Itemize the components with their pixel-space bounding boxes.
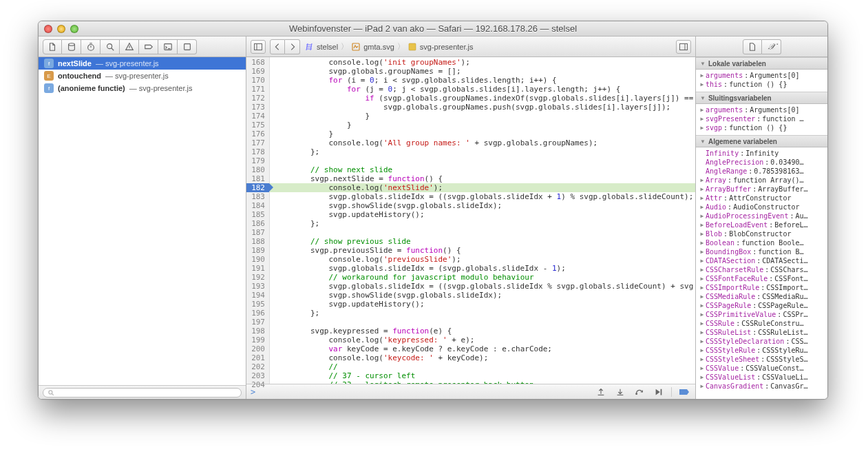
disclosure-triangle-icon[interactable]: ▶ <box>699 347 706 353</box>
variable-row[interactable]: ▶CSSStyleSheet: CSSStyleS… <box>699 355 825 364</box>
disclosure-triangle-icon[interactable]: ▶ <box>699 383 706 389</box>
source-line[interactable]: console.log('All group names: ' + svgp.g… <box>270 138 695 147</box>
line-number[interactable]: 176 <box>246 130 269 138</box>
line-number[interactable]: 171 <box>246 85 269 94</box>
disclosure-triangle-icon[interactable]: ▶ <box>699 320 706 327</box>
variable-row[interactable]: Infinity: Infinity <box>699 149 825 158</box>
variable-row[interactable]: ▶Blob: BlobConstructor <box>699 229 825 238</box>
disclosure-triangle-icon[interactable]: ▶ <box>699 276 706 282</box>
close-window-button[interactable] <box>44 25 52 33</box>
toolbar-warning-icon[interactable] <box>120 39 139 54</box>
line-number[interactable]: 203 <box>246 371 269 380</box>
line-number[interactable]: 191 <box>246 264 269 273</box>
source-line[interactable]: // show previous slide <box>270 237 695 246</box>
line-number[interactable]: 192 <box>246 273 269 282</box>
variable-row[interactable]: ▶CSSImportRule: CSSImport… <box>699 283 825 292</box>
source-line[interactable]: svgp.globals.groupNames.push(svgp.global… <box>270 103 695 112</box>
disclosure-triangle-icon[interactable]: ▶ <box>699 213 706 219</box>
source-line[interactable]: console.log('nextSlide'); <box>270 183 695 192</box>
line-number[interactable]: 202 <box>246 362 269 371</box>
variable-row[interactable]: ▶CSSCharsetRule: CSSChars… <box>699 265 825 274</box>
line-number[interactable]: 169 <box>246 67 269 76</box>
nav-back-button[interactable] <box>270 39 285 54</box>
variable-row[interactable]: ▶ArrayBuffer: ArrayBuffer… <box>699 185 825 194</box>
line-number[interactable]: 180 <box>246 165 269 174</box>
disclosure-triangle-icon[interactable]: ▶ <box>699 285 706 291</box>
disclosure-triangle-icon[interactable]: ▶ <box>699 338 706 344</box>
source-line[interactable]: if (svgp.globals.groupNames.indexOf(svgp… <box>270 94 695 103</box>
variable-row[interactable]: ▶CDATASection: CDATASecti… <box>699 256 825 265</box>
source-line[interactable]: svgp.showSlide(svgp.globals.slideIdx); <box>270 201 695 210</box>
line-number[interactable]: 200 <box>246 344 269 353</box>
line-number[interactable]: 198 <box>246 327 269 336</box>
line-number[interactable]: 190 <box>246 255 269 264</box>
variable-row[interactable]: ▶arguments: Arguments[0] <box>699 71 825 80</box>
disclosure-triangle-icon[interactable]: ▶ <box>699 329 706 336</box>
source-line[interactable]: var keyCode = e.keyCode ? e.keyCode : e.… <box>270 344 695 353</box>
variable-row[interactable]: ▶BoundingBox: function B… <box>699 247 825 256</box>
breakpoints-toggle-button[interactable] <box>677 386 691 398</box>
line-number[interactable]: 186 <box>246 219 269 228</box>
variable-row[interactable]: ▶CSSStyleDeclaration: CSS… <box>699 337 825 346</box>
source-line[interactable]: svgp.globals.slideIdx = ((svgp.globals.s… <box>270 192 695 201</box>
line-number[interactable]: 201 <box>246 353 269 362</box>
source-line[interactable]: svgp.keypressed = function(e) { <box>270 327 695 336</box>
variable-row[interactable]: ▶this: function () {} <box>699 80 825 89</box>
line-number[interactable]: 197 <box>246 318 269 327</box>
section-closure-vars[interactable]: ▼Sluitingsvariabelen <box>696 92 827 104</box>
source-code[interactable]: console.log('init groupNames'); svgp.glo… <box>270 57 695 384</box>
variable-row[interactable]: ▶CSSPageRule: CSSPageRule… <box>699 301 825 310</box>
line-number[interactable]: 173 <box>246 103 269 112</box>
variable-row[interactable]: ▶Array: function Array()… <box>699 176 825 185</box>
disclosure-triangle-icon[interactable]: ▶ <box>699 107 706 113</box>
toolbar-storage-icon[interactable] <box>62 39 81 54</box>
toolbar-breakpoint-icon[interactable] <box>139 39 158 54</box>
variable-row[interactable]: AnglePrecision: 0.03490… <box>699 158 825 167</box>
variable-row[interactable]: ▶CSSRuleList: CSSRuleList… <box>699 328 825 337</box>
variable-row[interactable]: AngleRange: 0.785398163… <box>699 167 825 176</box>
disclosure-triangle-icon[interactable]: ▶ <box>699 249 706 255</box>
step-into-button[interactable] <box>613 386 627 398</box>
line-number[interactable]: 188 <box>246 237 269 246</box>
line-number[interactable]: 177 <box>246 138 269 147</box>
source-line[interactable]: } <box>270 121 695 130</box>
filter-input[interactable] <box>43 388 242 398</box>
disclosure-triangle-icon[interactable]: ▶ <box>699 365 706 371</box>
variable-row[interactable]: ▶BeforeLoadEvent: BeforeL… <box>699 220 825 229</box>
source-line[interactable]: }; <box>270 219 695 228</box>
disclosure-triangle-icon[interactable]: ▶ <box>699 81 706 87</box>
line-number[interactable]: 193 <box>246 282 269 291</box>
line-number[interactable]: 170 <box>246 76 269 85</box>
source-line[interactable]: } <box>270 130 695 138</box>
source-line[interactable]: svgp.showSlide(svgp.globals.slideIdx); <box>270 291 695 300</box>
nav-forward-button[interactable] <box>285 39 300 54</box>
disclosure-triangle-icon[interactable]: ▶ <box>699 231 706 237</box>
line-number[interactable]: 183 <box>246 192 269 201</box>
toolbar-file-icon[interactable] <box>43 39 62 54</box>
section-global-vars[interactable]: ▼Algemene variabelen <box>696 135 827 147</box>
source-line[interactable]: // 37 - cursor left <box>270 371 695 380</box>
step-over-button[interactable] <box>633 386 646 398</box>
breadcrumb[interactable]: stelsel 〉 gmta.svg 〉 svg-presenter.js <box>304 41 473 52</box>
variable-row[interactable]: ▶CSSRule: CSSRuleConstru… <box>699 319 825 328</box>
toolbar-timer-icon[interactable] <box>81 39 100 54</box>
disclosure-triangle-icon[interactable]: ▶ <box>699 72 706 79</box>
disclosure-triangle-icon[interactable]: ▶ <box>699 177 706 183</box>
source-line[interactable]: // show next slide <box>270 165 695 174</box>
disclosure-triangle-icon[interactable]: ▶ <box>699 186 706 192</box>
disclosure-triangle-icon[interactable]: ▶ <box>699 258 706 264</box>
source-line[interactable] <box>270 318 695 327</box>
line-number[interactable]: 182 <box>246 183 269 192</box>
line-number[interactable]: 195 <box>246 300 269 309</box>
zoom-window-button[interactable] <box>70 25 78 33</box>
line-number[interactable]: 184 <box>246 201 269 210</box>
variable-row[interactable]: ▶CSSValueList: CSSValueLi… <box>699 373 825 382</box>
watch-tab[interactable]: 𝒳 <box>762 39 781 54</box>
disclosure-triangle-icon[interactable]: ▶ <box>699 222 706 228</box>
toolbar-console-icon[interactable] <box>158 39 178 54</box>
scope-vars-tab[interactable] <box>743 39 762 54</box>
variable-row[interactable]: ▶svgPresenter: function … <box>699 114 825 123</box>
source-line[interactable] <box>270 228 695 237</box>
variable-row[interactable]: ▶AudioProcessingEvent: Au… <box>699 211 825 220</box>
source-line[interactable]: } <box>270 112 695 121</box>
